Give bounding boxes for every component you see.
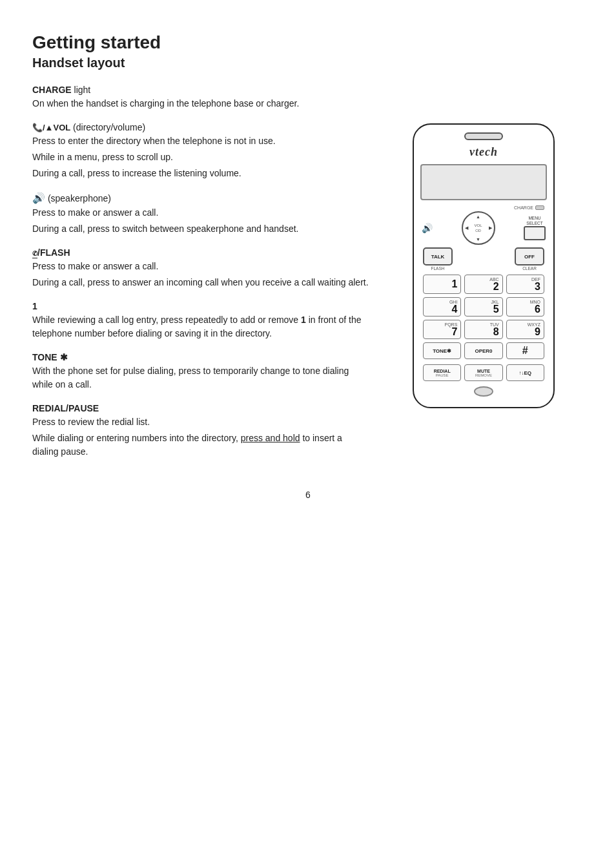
section-tone: TONE ✱ With the phone set for pulse dial… bbox=[32, 352, 371, 391]
section-vol-normal: (directory/volume) bbox=[70, 122, 145, 132]
section-tone-bold: TONE ✱ bbox=[32, 352, 68, 362]
section-one-p1: While reviewing a call log entry, press … bbox=[32, 313, 371, 340]
section-redial-bold: REDIAL/PAUSE bbox=[32, 403, 99, 413]
charge-led bbox=[535, 205, 544, 210]
section-one-title: 1 bbox=[32, 301, 371, 311]
top-speaker bbox=[464, 132, 503, 140]
key-7: PQRS 7 bbox=[423, 320, 461, 339]
key-tone: TONE✱ bbox=[423, 342, 461, 359]
key-hash: # bbox=[506, 342, 544, 359]
key-9: WXYZ 9 bbox=[506, 320, 544, 339]
key-mute: MUTE REMOVE bbox=[464, 364, 502, 381]
off-btn-sub: CLEAR bbox=[522, 266, 537, 271]
phone-screen bbox=[420, 164, 547, 200]
bottom-speaker bbox=[474, 386, 493, 397]
bottom-row-2: REDIAL PAUSE MUTE REMOVE ↑↓EQ bbox=[420, 364, 547, 381]
section-vol: 📞/▲VOL (directory/volume) Press to enter… bbox=[32, 122, 371, 180]
section-talk: ✆/FLASH Press to make or answer a call. … bbox=[32, 247, 371, 289]
section-speakerphone-normal: (speakerphone) bbox=[45, 193, 111, 203]
key-5: JKL 5 bbox=[464, 297, 502, 317]
section-tone-p1: With the phone set for pulse dialing, pr… bbox=[32, 364, 371, 391]
section-vol-p2: While in a menu, press to scroll up. bbox=[32, 151, 371, 164]
brand-label: vtech bbox=[420, 145, 547, 159]
page-title: Getting started bbox=[32, 32, 584, 53]
section-talk-p2: During a call, press to answer an incomi… bbox=[32, 276, 371, 289]
page-subtitle: Handset layout bbox=[32, 56, 584, 70]
section-vol-p1: Press to enter the directory when the te… bbox=[32, 134, 371, 148]
menu-select-rect bbox=[524, 226, 546, 240]
keypad: 1 ABC 2 DEF 3 GHI 4 JKL bbox=[420, 275, 547, 339]
page-footer: 6 bbox=[32, 490, 584, 500]
bottom-row-1: TONE✱ OPER0 # bbox=[420, 342, 547, 359]
section-talk-bold: /FLASH bbox=[37, 247, 70, 258]
key-redial: REDIAL PAUSE bbox=[423, 364, 461, 381]
phone-body: vtech CHARGE 🔊 ▲ ◀ ▶ ▼ bbox=[413, 123, 555, 408]
talk-btn-sub: FLASH bbox=[431, 266, 445, 271]
section-speakerphone-p2: During a call, press to switch between s… bbox=[32, 222, 371, 236]
talk-icon: ✆ bbox=[32, 250, 37, 258]
section-vol-p3: During a call, press to increase the lis… bbox=[32, 167, 371, 180]
speaker-button: 🔊 bbox=[422, 223, 433, 233]
section-vol-icon: 📞/▲VOL bbox=[32, 123, 70, 132]
key-3: DEF 3 bbox=[506, 275, 544, 294]
menu-select-label: MENUSELECT bbox=[526, 216, 542, 226]
off-button: OFF CLEAR bbox=[515, 247, 544, 271]
talk-btn-main: TALK bbox=[423, 247, 453, 265]
charge-label: CHARGE bbox=[514, 205, 533, 210]
section-redial-p1: Press to review the redial list. bbox=[32, 415, 371, 429]
key-6: MNO 6 bbox=[506, 297, 544, 317]
section-one: 1 While reviewing a call log entry, pres… bbox=[32, 301, 371, 340]
phone-diagram: vtech CHARGE 🔊 ▲ ◀ ▶ ▼ bbox=[384, 85, 584, 470]
key-eq: ↑↓EQ bbox=[506, 364, 544, 381]
key-2: ABC 2 bbox=[464, 275, 502, 294]
talk-off-row: TALK FLASH OFF CLEAR bbox=[420, 247, 547, 271]
key-0: OPER0 bbox=[464, 342, 502, 359]
off-btn-main: OFF bbox=[515, 247, 544, 265]
nav-circle: ▲ ◀ ▶ ▼ VOL CID bbox=[462, 211, 495, 245]
section-charge: CHARGE light On when the handset is char… bbox=[32, 85, 371, 110]
section-one-bold: 1 bbox=[32, 301, 37, 311]
section-talk-p1: Press to make or answer a call. bbox=[32, 260, 371, 273]
section-redial: REDIAL/PAUSE Press to review the redial … bbox=[32, 403, 371, 459]
key-1: 1 bbox=[423, 275, 461, 294]
section-redial-title: REDIAL/PAUSE bbox=[32, 403, 371, 413]
section-charge-title: CHARGE light bbox=[32, 85, 371, 95]
speakerphone-icon: 🔊 bbox=[32, 192, 45, 203]
talk-button: TALK FLASH bbox=[423, 247, 453, 271]
key-4: GHI 4 bbox=[423, 297, 461, 317]
section-speakerphone-title: 🔊 (speakerphone) bbox=[32, 192, 371, 204]
charge-row: CHARGE bbox=[420, 205, 547, 210]
section-talk-title: ✆/FLASH bbox=[32, 247, 371, 258]
menu-select-button: MENUSELECT bbox=[524, 216, 546, 240]
section-charge-bold: CHARGE bbox=[32, 85, 72, 95]
section-speakerphone: 🔊 (speakerphone) Press to make or answer… bbox=[32, 192, 371, 236]
nav-area: 🔊 ▲ ◀ ▶ ▼ VOL CID MENUSELECT bbox=[420, 211, 547, 245]
section-vol-title: 📞/▲VOL (directory/volume) bbox=[32, 122, 371, 132]
section-redial-p2: While dialing or entering numbers into t… bbox=[32, 432, 371, 459]
page-number: 6 bbox=[305, 490, 311, 500]
section-charge-normal: light bbox=[72, 85, 91, 95]
key-8: TUV 8 bbox=[464, 320, 502, 339]
section-speakerphone-p1: Press to make or answer a call. bbox=[32, 206, 371, 220]
section-charge-p1: On when the handset is charging in the t… bbox=[32, 97, 371, 110]
section-tone-title: TONE ✱ bbox=[32, 352, 371, 362]
